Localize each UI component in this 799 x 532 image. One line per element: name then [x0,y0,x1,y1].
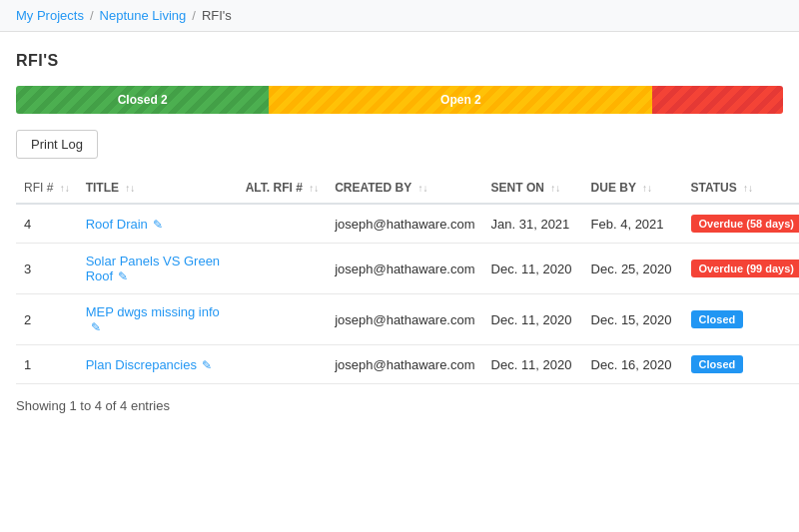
cell-sent-on: Dec. 11, 2020 [483,345,583,384]
col-status: STATUS ↑↓ [683,173,799,204]
cell-status: Overdue (99 days) [683,244,799,294]
table-row: 2MEP dwgs missing info✎joseph@hathaware.… [16,294,799,345]
cell-title: MEP dwgs missing info✎ [78,294,238,345]
page-title: RFI'S [16,52,783,70]
cell-alt-rfi [238,244,327,294]
sort-icon-status[interactable]: ↑↓ [743,183,753,194]
rfi-title-link[interactable]: Plan Discrepancies [86,357,197,372]
table-row: 1Plan Discrepancies✎joseph@hathaware.com… [16,345,799,384]
cell-rfi-num: 3 [16,244,78,294]
cell-sent-on: Jan. 31, 2021 [483,204,583,244]
status-badge: Closed [691,310,744,328]
col-title: TITLE ↑↓ [78,173,238,204]
cell-due-by: Feb. 4, 2021 [583,204,683,244]
cell-title: Plan Discrepancies✎ [78,345,238,384]
cell-alt-rfi [238,294,327,345]
rfi-title-link[interactable]: Solar Panels VS Green Roof [86,254,220,283]
cell-status: Closed [683,345,799,384]
col-sent-on: SENT ON ↑↓ [483,173,583,204]
cell-due-by: Dec. 15, 2020 [583,294,683,345]
cell-due-by: Dec. 16, 2020 [583,345,683,384]
progress-closed-label: Closed 2 [118,93,168,107]
progress-bar: Closed 2 Open 2 [16,86,783,114]
cell-created-by: joseph@hathaware.com [327,204,482,244]
cell-created-by: joseph@hathaware.com [327,294,482,345]
sort-icon-due[interactable]: ↑↓ [642,183,652,194]
table-header: RFI # ↑↓ TITLE ↑↓ ALT. RFI # ↑↓ CREATED … [16,173,799,204]
cell-sent-on: Dec. 11, 2020 [483,294,583,345]
breadcrumb: My Projects / Neptune Living / RFI's [16,8,783,23]
toolbar: Print Log [16,130,783,159]
col-rfi-num: RFI # ↑↓ [16,173,78,204]
edit-icon[interactable]: ✎ [153,218,163,232]
edit-icon[interactable]: ✎ [118,269,128,283]
table-row: 3Solar Panels VS Green Roof✎joseph@hatha… [16,244,799,294]
breadcrumb-sep-1: / [90,8,94,23]
sort-icon-alt[interactable]: ↑↓ [309,183,319,194]
progress-overdue [652,86,783,114]
cell-alt-rfi [238,345,327,384]
top-bar: My Projects / Neptune Living / RFI's [0,0,799,32]
sort-icon-title[interactable]: ↑↓ [125,183,135,194]
cell-due-by: Dec. 25, 2020 [583,244,683,294]
breadcrumb-sep-2: / [192,8,196,23]
footer-count: Showing 1 to 4 of 4 entries [16,398,783,413]
breadcrumb-my-projects[interactable]: My Projects [16,8,84,23]
progress-open: Open 2 [269,86,652,114]
sort-icon-created[interactable]: ↑↓ [417,183,427,194]
rfi-title-link[interactable]: Roof Drain [86,217,148,232]
cell-rfi-num: 1 [16,345,78,384]
sort-icon-sent[interactable]: ↑↓ [550,183,560,194]
status-badge: Overdue (99 days) [691,260,799,277]
progress-open-label: Open 2 [440,93,481,107]
rfi-table: RFI # ↑↓ TITLE ↑↓ ALT. RFI # ↑↓ CREATED … [16,173,799,384]
sort-icon-rfi-num[interactable]: ↑↓ [60,183,70,194]
cell-rfi-num: 4 [16,204,78,244]
col-created-by: CREATED BY ↑↓ [327,173,482,204]
rfi-title-link[interactable]: MEP dwgs missing info [86,304,220,319]
cell-created-by: joseph@hathaware.com [327,244,482,294]
col-alt-rfi: ALT. RFI # ↑↓ [238,173,327,204]
edit-icon[interactable]: ✎ [202,358,212,372]
main-content: RFI'S Closed 2 Open 2 Print Log RFI # ↑↓… [0,32,799,433]
status-badge: Closed [691,355,744,373]
edit-icon[interactable]: ✎ [91,320,101,334]
cell-alt-rfi [238,204,327,244]
table-body: 4Roof Drain✎joseph@hathaware.comJan. 31,… [16,204,799,384]
col-due-by: DUE BY ↑↓ [583,173,683,204]
breadcrumb-neptune-living[interactable]: Neptune Living [100,8,187,23]
cell-title: Solar Panels VS Green Roof✎ [78,244,238,294]
cell-title: Roof Drain✎ [78,204,238,244]
progress-closed: Closed 2 [16,86,269,114]
breadcrumb-current: RFI's [202,8,232,23]
status-badge: Overdue (58 days) [691,215,799,233]
cell-status: Closed [683,294,799,345]
cell-status: Overdue (58 days) [683,204,799,244]
cell-rfi-num: 2 [16,294,78,345]
cell-sent-on: Dec. 11, 2020 [483,244,583,294]
table-row: 4Roof Drain✎joseph@hathaware.comJan. 31,… [16,204,799,244]
print-log-button[interactable]: Print Log [16,130,98,159]
cell-created-by: joseph@hathaware.com [327,345,482,384]
